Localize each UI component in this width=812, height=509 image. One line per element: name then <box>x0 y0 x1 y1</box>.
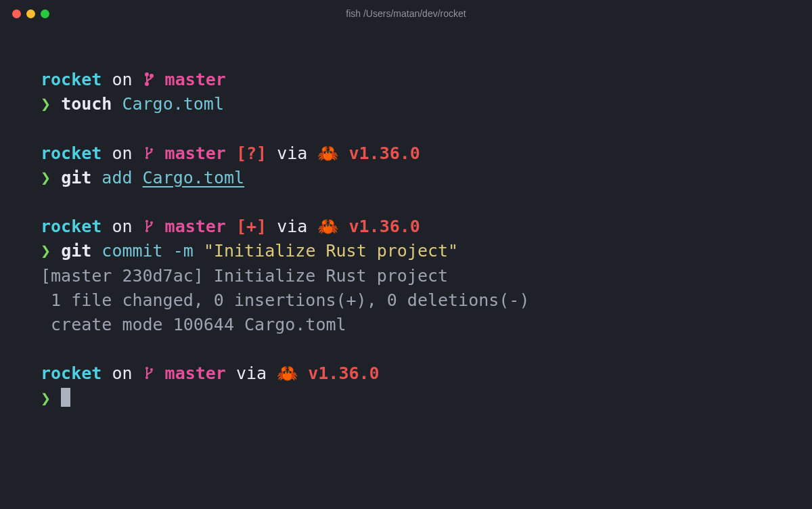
command-line: ❯ <box>41 386 771 411</box>
prompt-line: rocket on master [+] via 🦀 v1.36.0 <box>41 215 771 239</box>
on-label: on <box>112 70 132 89</box>
svg-point-7 <box>145 229 148 232</box>
rust-version: v1.36.0 <box>308 363 379 383</box>
prompt-arrow: ❯ <box>41 389 51 408</box>
branch-name: master <box>165 217 226 236</box>
svg-point-1 <box>145 83 148 85</box>
via-label: via <box>277 217 307 236</box>
rust-version: v1.36.0 <box>348 143 420 163</box>
prompt-line: rocket on master [?] via 🦀 v1.36.0 <box>41 141 771 166</box>
command-string: "Initialize Rust project" <box>204 241 458 261</box>
rust-icon: 🦀 <box>317 143 338 163</box>
window-titlebar: fish /Users/matan/dev/rocket <box>0 0 812 27</box>
svg-point-6 <box>145 220 148 223</box>
git-status: [+] <box>236 217 267 236</box>
command-main: touch <box>61 94 112 114</box>
on-label: on <box>112 363 132 383</box>
directory-name: rocket <box>41 70 102 89</box>
git-status: [?] <box>236 143 267 163</box>
git-branch-icon <box>143 70 155 89</box>
command-line: ❯ touch Cargo.toml <box>41 92 771 116</box>
output-line: [master 230d7ac] Initialize Rust project <box>41 264 771 288</box>
directory-name: rocket <box>41 143 102 163</box>
on-label: on <box>112 143 132 163</box>
svg-point-8 <box>150 221 153 224</box>
via-label: via <box>277 143 307 163</box>
terminal-output[interactable]: rocket on master ❯ touch Cargo.toml rock… <box>0 27 812 411</box>
branch-name: master <box>165 70 226 89</box>
git-branch-icon <box>143 143 155 163</box>
command-arg: Cargo.toml <box>143 168 245 187</box>
terminal-cursor[interactable] <box>61 388 70 407</box>
svg-point-5 <box>150 148 153 151</box>
svg-point-4 <box>145 156 148 159</box>
command-line: ❯ git commit -m "Initialize Rust project… <box>41 239 771 263</box>
prompt-arrow: ❯ <box>41 241 51 261</box>
branch-name: master <box>165 363 226 383</box>
close-window-button[interactable] <box>12 9 21 18</box>
command-flag: -m <box>173 241 194 261</box>
branch-name: master <box>165 143 226 163</box>
maximize-window-button[interactable] <box>41 9 49 18</box>
command-main: git <box>61 241 91 261</box>
command-arg: Cargo.toml <box>122 94 224 114</box>
command-sub: add <box>102 168 132 187</box>
svg-point-2 <box>150 74 153 77</box>
directory-name: rocket <box>41 217 102 236</box>
svg-point-11 <box>150 368 153 371</box>
svg-point-9 <box>145 367 148 370</box>
via-label: via <box>236 363 267 383</box>
rust-icon: 🦀 <box>317 217 338 236</box>
prompt-line: rocket on master via 🦀 v1.36.0 <box>41 361 771 386</box>
prompt-arrow: ❯ <box>41 94 51 114</box>
rust-version: v1.36.0 <box>348 217 420 236</box>
prompt-line: rocket on master <box>41 68 771 92</box>
traffic-lights <box>12 9 49 18</box>
command-main: git <box>61 168 91 187</box>
rust-icon: 🦀 <box>277 363 298 383</box>
prompt-arrow: ❯ <box>41 168 51 187</box>
svg-point-10 <box>145 376 148 379</box>
window-title: fish /Users/matan/dev/rocket <box>346 8 466 19</box>
git-branch-icon <box>143 217 155 236</box>
git-branch-icon <box>143 363 155 383</box>
svg-point-0 <box>145 73 148 76</box>
command-sub: commit <box>102 241 162 261</box>
output-line: create mode 100644 Cargo.toml <box>41 313 771 337</box>
on-label: on <box>112 217 132 236</box>
minimize-window-button[interactable] <box>26 9 35 18</box>
command-line: ❯ git add Cargo.toml <box>41 166 771 190</box>
svg-point-3 <box>145 147 148 150</box>
output-line: 1 file changed, 0 insertions(+), 0 delet… <box>41 288 771 313</box>
directory-name: rocket <box>41 363 102 383</box>
